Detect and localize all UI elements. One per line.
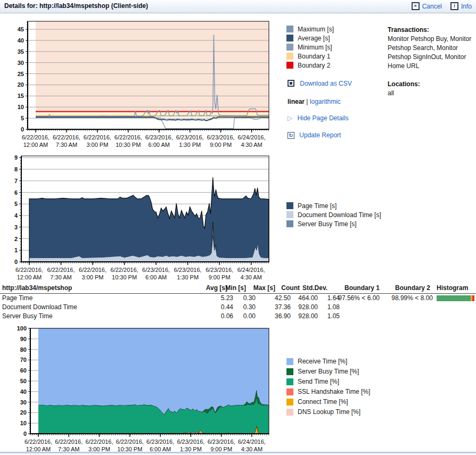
svg-text:6/22/2016,: 6/22/2016, [15, 267, 43, 273]
svg-text:6/23/2016,: 6/23/2016, [177, 439, 204, 445]
svg-text:9: 9 [14, 154, 18, 161]
legend-label: Receive Time [%] [298, 358, 347, 365]
svg-text:6/23/2016,: 6/23/2016, [146, 439, 174, 445]
svg-text:15: 15 [18, 93, 24, 99]
update-report-row: ↻ Update Report [288, 131, 341, 139]
legend-swatch [286, 220, 293, 227]
legend-swatch [286, 399, 293, 406]
legend-item: DNS Lookup Time [%] [286, 408, 370, 416]
legend-item: Server Busy Time [s] [286, 220, 381, 227]
svg-text:12:00 AM: 12:00 AM [23, 142, 48, 148]
svg-text:9:00 PM: 9:00 PM [209, 274, 231, 280]
response-time-chart: 0510152025303540456/22/2016,12:00 AM6/22… [0, 16, 282, 152]
legend-label: Boundary 1 [298, 53, 330, 60]
svg-text:40: 40 [18, 37, 24, 44]
hide-details-row: ▷ Hide Page Details [288, 114, 349, 122]
legend-swatch [286, 35, 293, 42]
page-time-legend: Page Time [s]Document Download Time [s]S… [286, 202, 381, 229]
svg-text:6/23/2016,: 6/23/2016, [176, 134, 204, 140]
locations-block: Locations: all [388, 80, 476, 98]
svg-text:7:30 AM: 7:30 AM [50, 274, 71, 280]
svg-text:6/22/2016,: 6/22/2016, [86, 439, 113, 445]
svg-text:10: 10 [18, 104, 24, 110]
svg-text:0: 0 [14, 259, 18, 265]
logarithmic-option[interactable]: logarithmic [310, 98, 341, 105]
svg-text:45: 45 [18, 26, 24, 32]
col-min: Min [s] [225, 284, 246, 292]
svg-text:6/23/2016,: 6/23/2016, [208, 439, 235, 445]
svg-text:10: 10 [20, 420, 27, 426]
bottom-scroll-strip[interactable] [0, 452, 476, 453]
time-composition-chart: 01020304050607080901006/22/2016,12:00 AM… [0, 325, 282, 455]
svg-text:12:00 AM: 12:00 AM [17, 274, 42, 280]
update-report-link[interactable]: Update Report [299, 131, 341, 139]
svg-text:6/22/2016,: 6/22/2016, [22, 134, 50, 140]
histogram-bar [437, 295, 474, 301]
svg-text:6/22/2016,: 6/22/2016, [84, 134, 111, 140]
col-avg: Avg [s] [206, 284, 227, 292]
svg-text:4:30 AM: 4:30 AM [240, 274, 261, 280]
svg-text:50: 50 [20, 378, 27, 384]
legend-item: Receive Time [%] [286, 358, 370, 365]
svg-text:6/22/2016,: 6/22/2016, [53, 134, 80, 140]
svg-text:3:00 PM: 3:00 PM [86, 142, 108, 148]
svg-text:30: 30 [18, 60, 24, 66]
legend-label: Maximum [s] [298, 26, 334, 33]
legend-item: Connect Time [%] [286, 398, 370, 406]
col-std: Std.Dev. [302, 284, 327, 292]
legend-label: Server Busy Time [s] [298, 220, 357, 228]
svg-text:6/22/2016,: 6/22/2016, [24, 439, 52, 445]
legend-label: Boundary 2 [298, 62, 330, 69]
info-button[interactable]: i Info [450, 2, 472, 10]
table-header-row: http://lab34/mspetshop Avg [s] Min [s] M… [0, 284, 476, 294]
transactions-block: Transactions: Monitor Petshop Buy, Monit… [388, 26, 476, 71]
table-row: Server Busy Time 0.06 0.00 36.90 928.00 … [0, 312, 476, 321]
svg-text:6: 6 [14, 189, 18, 196]
svg-text:5: 5 [14, 201, 18, 207]
legend-label: Page Time [s] [298, 202, 337, 210]
svg-text:6:00 AM: 6:00 AM [149, 142, 170, 148]
legend-swatch [286, 44, 293, 51]
time-composition-legend: Receive Time [%]Server Busy Time [%]Send… [286, 358, 370, 418]
svg-text:3:00 PM: 3:00 PM [82, 274, 104, 280]
locations-value: all [388, 89, 476, 98]
svg-text:6/23/2016,: 6/23/2016, [142, 267, 170, 273]
svg-text:35: 35 [18, 48, 24, 55]
col-boundary1: Boundary 1 [344, 284, 380, 292]
svg-text:6/24/2016,: 6/24/2016, [238, 439, 266, 445]
svg-text:0: 0 [23, 431, 27, 437]
legend-item: Boundary 1 [286, 53, 334, 60]
response-time-legend: Maximum [s]Average [s]Minimum [s]Boundar… [286, 26, 334, 71]
legend-label: Document Download Time [s] [298, 211, 381, 219]
svg-text:0: 0 [21, 126, 24, 133]
legend-item: SSL Handshake Time [%] [286, 388, 370, 395]
svg-text:20: 20 [20, 409, 27, 416]
legend-swatch [286, 53, 293, 60]
info-icon: i [450, 2, 458, 10]
legend-item: Server Busy Time [%] [286, 368, 370, 375]
legend-swatch [286, 409, 293, 416]
svg-text:6/22/2016,: 6/22/2016, [79, 267, 106, 273]
svg-text:6/22/2016,: 6/22/2016, [114, 134, 142, 140]
legend-swatch [286, 378, 293, 385]
svg-text:6/22/2016,: 6/22/2016, [111, 267, 138, 273]
svg-text:6/23/2016,: 6/23/2016, [206, 267, 233, 273]
svg-text:7:30 AM: 7:30 AM [56, 142, 77, 148]
histogram-segment [472, 295, 474, 301]
legend-item: Send Time [%] [286, 378, 370, 385]
legend-label: Server Busy Time [%] [298, 368, 359, 375]
legend-label: DNS Lookup Time [%] [298, 408, 360, 416]
svg-text:3: 3 [14, 224, 18, 230]
legend-item: Boundary 2 [286, 62, 334, 69]
page-time-chart: 01234567896/22/2016,12:00 AM6/22/2016,7:… [0, 153, 282, 284]
legend-item: Average [s] [286, 35, 334, 42]
legend-swatch [286, 358, 293, 365]
legend-item: Document Download Time [s] [286, 211, 381, 218]
svg-text:20: 20 [18, 81, 24, 88]
cancel-button[interactable]: × Cancel [412, 2, 442, 10]
transactions-line: Petshop SignInOut, Monitor [388, 53, 476, 62]
hide-page-details-link[interactable]: Hide Page Details [298, 114, 349, 122]
linear-option[interactable]: linear [288, 98, 305, 105]
svg-text:1:30 PM: 1:30 PM [179, 142, 201, 148]
download-csv-link[interactable]: Download as CSV [300, 80, 351, 87]
